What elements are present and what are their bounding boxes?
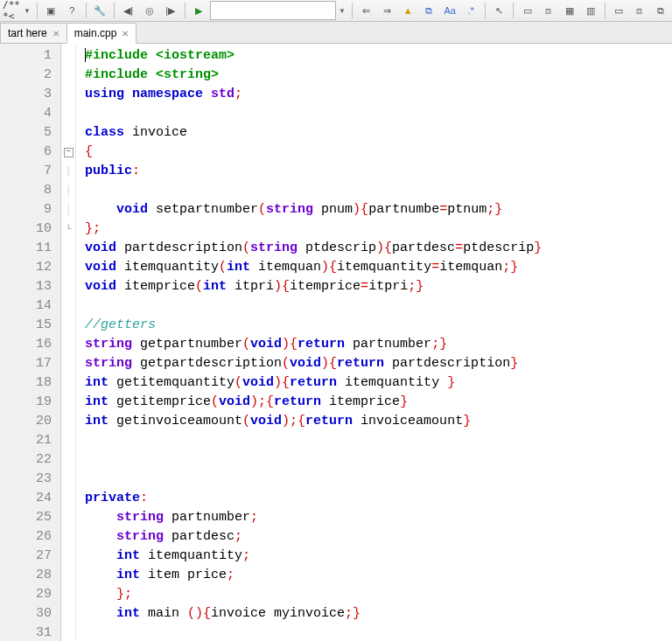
fold-marker[interactable]: − (61, 143, 75, 162)
target-dropdown[interactable]: ▼ (337, 7, 347, 15)
wrench-icon[interactable]: 🔧 (90, 3, 109, 18)
fold-column[interactable]: −│││└ (61, 44, 76, 641)
fold-marker[interactable] (61, 373, 75, 393)
fold-marker[interactable] (61, 489, 75, 508)
fold-marker[interactable] (61, 296, 75, 316)
code-line[interactable] (85, 450, 672, 470)
code-line[interactable]: void itemprice(int itpri){itemprice=itpr… (85, 277, 672, 296)
fold-marker[interactable] (61, 527, 75, 547)
target-combo[interactable] (210, 1, 336, 20)
view-h-icon[interactable]: ⧈ (630, 3, 649, 18)
code-line[interactable] (85, 296, 672, 316)
fold-marker[interactable] (61, 354, 75, 373)
code-line[interactable]: string getpartnumber(void){return partnu… (85, 335, 672, 354)
next-bookmark-icon[interactable]: |▶ (161, 3, 180, 18)
line-number: 17 (0, 354, 52, 373)
fold-marker[interactable] (61, 66, 75, 85)
code-line[interactable]: string getpartdescription(void){return p… (85, 354, 672, 373)
code-line[interactable]: int itemquantity; (85, 547, 672, 566)
view-v-icon[interactable]: ⧉ (651, 3, 670, 18)
code-line[interactable]: int main (){invoice myinvoice;} (85, 604, 672, 624)
fold-marker[interactable] (61, 104, 75, 123)
code-line[interactable]: int getitemprice(void);{return itemprice… (85, 393, 672, 412)
code-line[interactable]: #include <iostream> (85, 46, 672, 66)
fold-marker[interactable]: │ (61, 162, 75, 181)
code-line[interactable]: { (85, 143, 672, 162)
layout-panel-icon[interactable]: ▥ (581, 3, 600, 18)
fold-marker[interactable] (61, 46, 75, 66)
code-line[interactable] (85, 181, 672, 200)
fold-marker[interactable] (61, 585, 75, 604)
code-line[interactable] (85, 624, 672, 641)
line-number: 30 (0, 604, 52, 624)
fold-marker[interactable] (61, 412, 75, 431)
code-line[interactable]: public: (85, 162, 672, 181)
layout-single-icon[interactable]: ▭ (518, 3, 537, 18)
nav-back-icon[interactable]: ⇐ (356, 3, 375, 18)
view-min-icon[interactable]: ▭ (609, 3, 628, 18)
close-icon[interactable]: ✕ (122, 29, 129, 38)
fold-marker[interactable] (61, 316, 75, 335)
fold-marker[interactable] (61, 566, 75, 585)
code-line[interactable]: //getters (85, 316, 672, 335)
code-line[interactable]: }; (85, 219, 672, 239)
line-number: 14 (0, 296, 52, 316)
line-number: 12 (0, 258, 52, 277)
tab-label: main.cpp (74, 27, 117, 39)
bookmark-dot-icon[interactable]: ◎ (140, 3, 159, 18)
fold-marker[interactable]: │ (61, 200, 75, 219)
code-line[interactable]: private: (85, 489, 672, 508)
layout-split-h-icon[interactable]: ⧈ (539, 3, 558, 18)
line-number: 31 (0, 624, 52, 641)
code-line[interactable]: int item price; (85, 566, 672, 585)
code-line[interactable]: void partdescription(string ptdescrip){p… (85, 239, 672, 258)
fold-marker[interactable] (61, 123, 75, 143)
code-line[interactable]: }; (85, 585, 672, 604)
fold-marker[interactable] (61, 258, 75, 277)
fold-marker[interactable] (61, 239, 75, 258)
code-line[interactable] (85, 104, 672, 123)
fold-marker[interactable] (61, 508, 75, 527)
close-icon[interactable]: ✕ (52, 29, 60, 38)
doxygen-dropdown[interactable]: ▼ (22, 7, 32, 15)
code-line[interactable]: int getinvoiceamount(void);{return invoi… (85, 412, 672, 431)
fold-marker[interactable] (61, 85, 75, 104)
code-line[interactable]: using namespace std; (85, 85, 672, 104)
fold-marker[interactable]: └ (61, 219, 75, 239)
fold-marker[interactable]: │ (61, 181, 75, 200)
doxy-help-icon[interactable]: ? (62, 3, 81, 18)
nav-forward-icon[interactable]: ⇒ (377, 3, 396, 18)
fold-marker[interactable] (61, 450, 75, 470)
highlight-icon[interactable]: ▲ (398, 3, 417, 18)
code-line[interactable]: int getitemquantity(void){return itemqua… (85, 373, 672, 393)
regex-icon[interactable]: .* (461, 3, 480, 18)
doxygen-button[interactable]: /** *< (2, 3, 21, 18)
layout-grid-icon[interactable]: ▦ (560, 3, 579, 18)
fold-marker[interactable] (61, 335, 75, 354)
code-line[interactable] (85, 431, 672, 450)
code-area[interactable]: #include <iostream>#include <string>usin… (76, 44, 672, 641)
tab-start-here[interactable]: tart here ✕ (0, 23, 67, 43)
match-case-icon[interactable]: Aa (440, 3, 459, 18)
code-line[interactable]: string partnumber; (85, 508, 672, 527)
select-icon[interactable]: ⧉ (419, 3, 438, 18)
code-line[interactable]: #include <string> (85, 66, 672, 85)
code-line[interactable]: string partdesc; (85, 527, 672, 547)
tab-main-cpp[interactable]: main.cpp ✕ (66, 23, 137, 44)
run-doxy-icon[interactable]: ▣ (41, 3, 60, 18)
fold-marker[interactable] (61, 431, 75, 450)
prev-bookmark-icon[interactable]: ◀| (119, 3, 138, 18)
fold-marker[interactable] (61, 277, 75, 296)
fold-marker[interactable] (61, 624, 75, 641)
fold-marker[interactable] (61, 604, 75, 624)
code-line[interactable]: void itemquantity(int itemquan){itemquan… (85, 258, 672, 277)
toolbar: /** *< ▼ ▣ ? 🔧 ◀| ◎ |▶ ▶ ▼ ⇐ ⇒ ▲ ⧉ Aa .*… (0, 0, 672, 22)
code-line[interactable]: class invoice (85, 123, 672, 143)
cursor-icon[interactable]: ↖ (489, 3, 508, 18)
code-line[interactable] (85, 470, 672, 489)
fold-marker[interactable] (61, 393, 75, 412)
fold-marker[interactable] (61, 470, 75, 489)
run-icon[interactable]: ▶ (189, 3, 208, 18)
code-line[interactable]: void setpartnumber(string pnum){partnumb… (85, 200, 672, 219)
fold-marker[interactable] (61, 547, 75, 566)
